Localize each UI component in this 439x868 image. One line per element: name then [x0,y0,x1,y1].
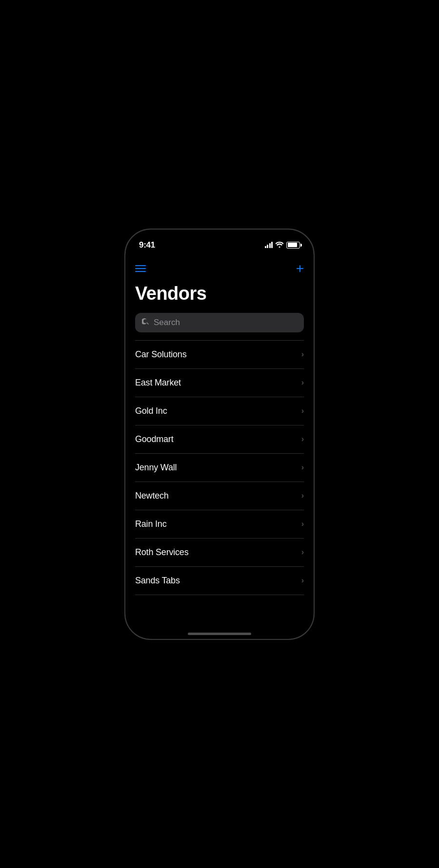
status-time: 9:41 [139,240,155,250]
battery-icon [286,242,300,249]
search-icon [142,318,150,328]
chevron-right-icon: › [301,350,304,359]
vendor-list-item[interactable]: East Market› [135,369,304,397]
vendor-name: Newtech [135,491,169,501]
status-icons [265,241,300,249]
home-indicator [188,633,251,635]
chevron-right-icon: › [301,520,304,528]
chevron-right-icon: › [301,491,304,500]
signal-icon [265,242,273,248]
chevron-right-icon: › [301,548,304,557]
vendor-name: East Market [135,378,181,388]
phone-screen: 9:41 [125,230,314,639]
menu-button[interactable] [135,265,146,272]
dynamic-island [190,235,249,252]
vendor-name: Gold Inc [135,406,167,416]
nav-bar: + [135,258,304,283]
vendor-name: Goodmart [135,434,173,444]
vendor-list-item[interactable]: Car Solutions› [135,340,304,369]
page-title: Vendors [135,283,304,304]
vendor-name: Car Solutions [135,349,186,360]
vendor-list-item[interactable]: Gold Inc› [135,397,304,425]
vendor-name: Roth Services [135,547,188,558]
chevron-right-icon: › [301,406,304,415]
vendor-list-item[interactable]: Newtech› [135,482,304,510]
app-content: + Vendors Car Solutions›East Market›Gold… [125,258,314,595]
vendor-list: Car Solutions›East Market›Gold Inc›Goodm… [135,340,304,595]
vendor-list-item[interactable]: Roth Services› [135,539,304,567]
vendor-list-item[interactable]: Rain Inc› [135,510,304,539]
wifi-icon [276,241,283,249]
chevron-right-icon: › [301,378,304,387]
phone-frame: 9:41 [124,229,315,640]
search-input[interactable] [154,318,297,328]
chevron-right-icon: › [301,576,304,585]
vendor-name: Sands Tabs [135,576,180,586]
chevron-right-icon: › [301,463,304,472]
add-vendor-button[interactable]: + [296,262,304,275]
vendor-list-item[interactable]: Sands Tabs› [135,567,304,595]
vendor-name: Rain Inc [135,519,166,529]
vendor-list-item[interactable]: Jenny Wall› [135,454,304,482]
chevron-right-icon: › [301,435,304,444]
vendor-name: Jenny Wall [135,463,177,473]
search-bar[interactable] [135,313,304,332]
vendor-list-item[interactable]: Goodmart› [135,425,304,454]
